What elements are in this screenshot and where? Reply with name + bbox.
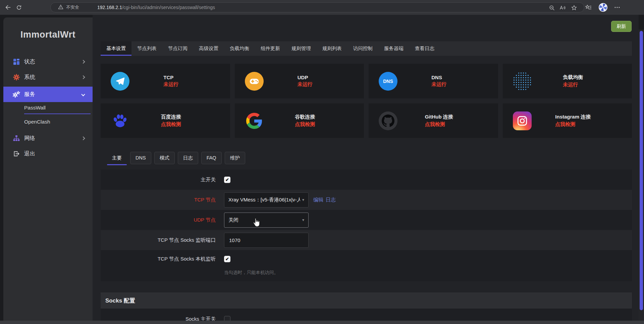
- instagram-icon: [513, 111, 532, 130]
- select-arrow-icon: ▾: [302, 197, 304, 202]
- card-check-link[interactable]: 点我检测: [425, 121, 453, 128]
- sidebar-item-passwall[interactable]: PassWall: [3, 102, 93, 113]
- gamepad-icon: [245, 72, 264, 91]
- back-icon[interactable]: [3, 3, 13, 12]
- subtab-maintain[interactable]: 维护: [225, 152, 245, 164]
- tab-node-subscribe[interactable]: 节点订阅: [162, 41, 193, 56]
- form-row-udp-node: UDP 节点 关闭 ▾: [101, 210, 632, 230]
- url-text: 192.168.2.1/cgi-bin/luci/admin/services/…: [97, 5, 215, 10]
- card-title: GitHub 连接: [425, 114, 453, 120]
- node-log-link[interactable]: 日志: [326, 197, 336, 203]
- socks-port-input[interactable]: [224, 233, 309, 248]
- form-row-main-switch: 主开关: [101, 170, 632, 190]
- sidebar-item-status[interactable]: 状态: [3, 54, 93, 70]
- scrollbar-thumb[interactable]: [640, 31, 643, 310]
- bottom-scroll-strip: [0, 321, 644, 324]
- card-check-link[interactable]: 点我检测: [295, 121, 315, 128]
- udp-node-select[interactable]: 关闭 ▾: [224, 213, 309, 228]
- subtab-log[interactable]: 日志: [178, 152, 198, 164]
- main-switch-checkbox[interactable]: [224, 177, 230, 183]
- card-check-link[interactable]: 点我检测: [161, 121, 181, 128]
- card-title: Instagram 连接: [555, 114, 591, 120]
- socks-local-hint: 当勾选时，只能本机访问。: [224, 270, 278, 276]
- settings-form: 主开关 TCP 节点 Xray VMess：[v5-香港06|1x|v-人少推荐…: [101, 170, 632, 281]
- address-bar[interactable]: 不安全 192.168.2.1/cgi-bin/luci/admin/servi…: [50, 2, 584, 12]
- tab-access-control[interactable]: 访问控制: [347, 41, 378, 56]
- socks-port-label: TCP 节点 Socks 监听端口: [101, 237, 216, 243]
- page-scrollbar[interactable]: [639, 30, 644, 321]
- card-title: 负载均衡: [563, 74, 583, 81]
- telegram-icon: [111, 72, 129, 91]
- card-title: TCP: [163, 75, 178, 80]
- card-title: UDP: [298, 75, 313, 80]
- sidebar-item-system[interactable]: 系统: [3, 70, 93, 85]
- chevron-down-icon: [81, 92, 85, 96]
- sidebar-item-logout[interactable]: 退出: [3, 146, 93, 161]
- read-aloud-icon[interactable]: [558, 4, 567, 12]
- gear-icon: [13, 74, 20, 81]
- sidebar-item-services[interactable]: 服务: [3, 87, 93, 102]
- status-card-baidu[interactable]: 百度连接点我检测: [101, 103, 230, 138]
- form-row-socks-port: TCP 节点 Socks 监听端口: [101, 230, 632, 250]
- sidebar-label-logout: 退出: [24, 150, 35, 157]
- card-status: 未运行: [431, 81, 446, 88]
- sidebar-item-openclash[interactable]: OpenClash: [3, 116, 93, 127]
- tab-component-update[interactable]: 组件更新: [255, 41, 286, 56]
- status-card-google[interactable]: 谷歌连接点我检测: [235, 103, 364, 138]
- tab-advanced-settings[interactable]: 高级设置: [193, 41, 224, 56]
- card-title: DNS: [431, 75, 446, 80]
- services-gears-icon: [13, 91, 20, 98]
- tab-rule-list[interactable]: 规则列表: [317, 41, 347, 56]
- dashboard-grid-icon: [13, 58, 20, 65]
- zoom-out-icon[interactable]: [548, 4, 556, 12]
- favorites-bar-icon[interactable]: [584, 3, 593, 12]
- chevron-right-icon: [81, 75, 85, 79]
- favorite-star-icon[interactable]: [570, 4, 578, 12]
- refresh-icon[interactable]: [14, 3, 23, 12]
- tab-server-side[interactable]: 服务器端: [378, 41, 409, 56]
- status-card-tcp: TCP未运行: [101, 64, 230, 98]
- socks-local-checkbox[interactable]: [224, 256, 230, 262]
- logout-icon: [13, 150, 20, 157]
- sidebar-label-openclash: OpenClash: [24, 119, 50, 125]
- tab-basic-settings[interactable]: 基本设置: [101, 41, 131, 56]
- google-icon: [245, 111, 264, 130]
- chevron-right-icon: [81, 136, 85, 140]
- url-path: /cgi-bin/luci/admin/services/passwall/se…: [122, 5, 215, 10]
- udp-node-label: UDP 节点: [101, 217, 216, 223]
- refresh-button[interactable]: 刷新: [611, 21, 632, 32]
- sidebar: ImmortalWrt 状态 系统 服务: [3, 17, 93, 324]
- app-logo: ImmortalWrt: [3, 30, 93, 40]
- tab-load-balancing[interactable]: 负载均衡: [224, 41, 255, 56]
- status-card-instagram[interactable]: Instagram 连接点我检测: [503, 103, 632, 138]
- subtab-faq[interactable]: FAQ: [201, 152, 222, 164]
- tab-node-list[interactable]: 节点列表: [131, 41, 162, 56]
- tab-rule-manage[interactable]: 规则管理: [286, 41, 317, 56]
- card-title: 百度连接: [161, 114, 181, 120]
- udp-node-value: 关闭: [228, 217, 300, 223]
- status-card-github[interactable]: GitHub 连接点我检测: [369, 103, 498, 138]
- card-check-link[interactable]: 点我检测: [555, 121, 591, 128]
- sidebar-item-network[interactable]: 网络: [3, 131, 93, 146]
- more-menu-icon[interactable]: [612, 3, 622, 12]
- subtab-mode[interactable]: 模式: [154, 152, 175, 164]
- main-switch-label: 主开关: [101, 177, 216, 183]
- socks-section-title: Socks 配置: [105, 297, 135, 305]
- subtab-dns[interactable]: DNS: [130, 152, 151, 164]
- status-card-udp: UDP未运行: [235, 64, 364, 98]
- tab-view-log[interactable]: 查看日志: [409, 41, 440, 56]
- profile-avatar[interactable]: [598, 3, 608, 12]
- form-row-socks-local: TCP 节点 Socks 本机监听 当勾选时，只能本机访问。: [101, 250, 632, 281]
- edit-node-link[interactable]: 编辑: [313, 197, 323, 203]
- warning-icon: [58, 4, 63, 11]
- card-status: 未运行: [163, 81, 178, 88]
- tcp-node-value: Xray VMess：[v5-香港06|1x|v-人少推荐: [228, 197, 300, 203]
- dns-icon-text: DNS: [383, 79, 393, 84]
- status-card-dns: DNS DNS未运行: [369, 64, 498, 98]
- tcp-node-select[interactable]: Xray VMess：[v5-香港06|1x|v-人少推荐 ▾: [224, 192, 309, 207]
- sidebar-label-system: 系统: [24, 74, 35, 81]
- app-frame: ImmortalWrt 状态 系统 服务: [0, 15, 644, 324]
- subtab-main[interactable]: 主要: [107, 152, 127, 164]
- dotted-globe-icon: [513, 72, 532, 91]
- sidebar-label-services: 服务: [24, 91, 35, 98]
